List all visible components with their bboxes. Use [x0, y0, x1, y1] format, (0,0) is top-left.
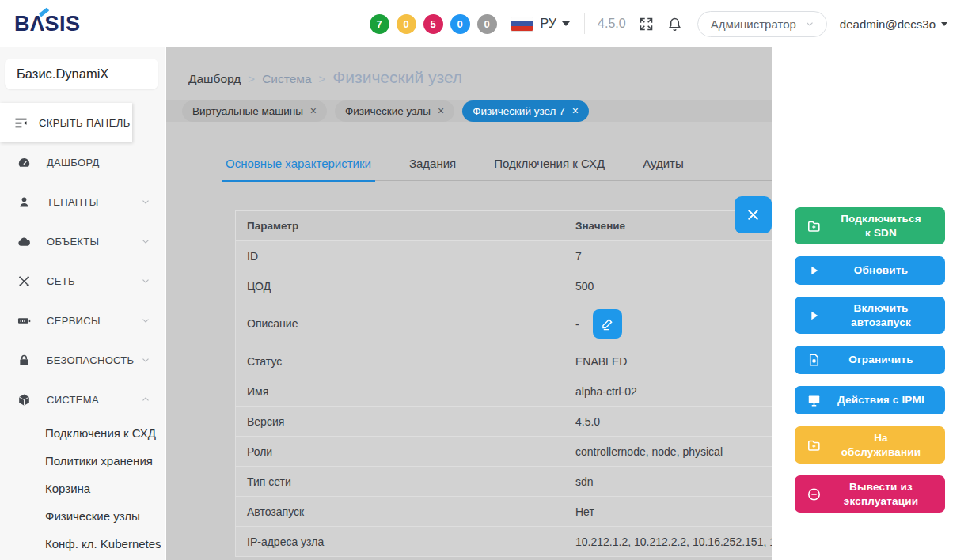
logo-text: Λ [30, 12, 45, 36]
box-icon [17, 392, 32, 407]
chevron-up-icon [140, 394, 151, 405]
value-cell: Нет [564, 497, 773, 527]
param-cell: Автозапуск [236, 497, 564, 527]
caret-down-icon [941, 22, 947, 26]
file-x-icon [807, 353, 822, 368]
sidebar-subitem[interactable]: Политики хранения [0, 447, 165, 475]
sidebar-item-cloud[interactable]: ОБЪЕКТЫ [0, 221, 165, 261]
action-button-play[interactable]: Включить автозапуск [795, 297, 945, 334]
table-row: IP-адреса узла10.212.1.2, 10.212.2.2, 10… [236, 527, 773, 557]
dashboard-icon [17, 155, 32, 170]
user-menu[interactable]: deadmin@decs3o [840, 17, 947, 31]
action-button-file-x[interactable]: Ограничить [795, 346, 945, 374]
action-button-folder-plus[interactable]: Подключиться к SDN [795, 207, 945, 244]
sidebar-item-label: СИСТЕМА [47, 394, 140, 406]
workspace-tab-label: Физический узел 7 [473, 105, 565, 117]
param-cell: IP-адреса узла [236, 527, 564, 557]
workspace-tab-strip: Виртуальные машины×Физические узлы×Физич… [166, 100, 772, 122]
param-cell: Описание [236, 301, 564, 346]
sidebar-item-label: ОБЪЕКТЫ [47, 236, 140, 248]
action-button-label: Обновить [854, 263, 908, 278]
notification-badge[interactable]: 7 [370, 14, 389, 34]
language-selector[interactable]: РУ [541, 17, 556, 31]
workspace-tab[interactable]: Виртуальные машины× [182, 100, 327, 122]
user-email: deadmin@decs3o [840, 17, 936, 31]
sidebar-item-label: БЕЗОПАСНОСТЬ [47, 354, 140, 366]
close-panel-button[interactable] [735, 196, 772, 233]
folder-plus-icon [807, 437, 822, 452]
workspace-tab[interactable]: Физический узел 7× [462, 100, 589, 122]
action-button-label: Ограничить [848, 353, 913, 367]
sidebar-subitem[interactable]: Физические узлы [0, 502, 165, 530]
param-cell: ID [236, 241, 564, 271]
expand-icon [638, 16, 655, 32]
hide-panel-button[interactable]: СКРЫТЬ ПАНЕЛЬ [0, 103, 132, 142]
action-button-play[interactable]: Обновить [795, 256, 945, 285]
sidebar-item-user[interactable]: ТЕНАНТЫ [0, 182, 165, 221]
logo-text: B [14, 12, 30, 36]
table-row: Тип сетиsdn [236, 467, 773, 497]
services-icon [17, 313, 32, 328]
sidebar-item-network[interactable]: СЕТЬ [0, 261, 165, 301]
user-icon [17, 195, 32, 210]
role-select[interactable]: Администратор [697, 11, 827, 37]
sidebar-subitem[interactable]: Корзина [0, 475, 165, 502]
cloud-icon [17, 234, 32, 249]
action-button-folder-plus[interactable]: На обслуживании [795, 426, 945, 464]
chevron-down-icon [140, 315, 151, 326]
sidebar-item-label: ДАШБОРД [47, 157, 151, 168]
lock-icon [17, 353, 32, 368]
tab-item[interactable]: Задания [405, 157, 460, 180]
notification-badges: 70500 [370, 14, 504, 34]
workspace-tab[interactable]: Физические узлы× [335, 100, 454, 122]
sidebar-subitem[interactable]: Конф. кл. Kubernetes [0, 530, 165, 558]
sidebar-item-label: ТЕНАНТЫ [47, 196, 140, 208]
sidebar-item-label: СЕРВИСЫ [47, 315, 140, 327]
fullscreen-button[interactable] [638, 16, 655, 32]
product-name-card: Базис.DynamiX [5, 59, 158, 89]
header-divider [584, 13, 585, 34]
caret-down-icon[interactable] [562, 21, 570, 26]
sidebar-item-services[interactable]: СЕРВИСЫ [0, 301, 165, 340]
tab-active[interactable]: Основные характеристики [222, 157, 375, 182]
tab-item[interactable]: Подключения к СХД [490, 157, 609, 180]
close-icon [745, 206, 761, 223]
close-tab-icon[interactable]: × [438, 104, 444, 117]
value-cell: 4.5.0 [564, 407, 773, 437]
sidebar-item-dashboard[interactable]: ДАШБОРД [0, 142, 165, 182]
action-button-monitor[interactable]: Действия с IPMI [795, 386, 945, 414]
breadcrumb-link[interactable]: Дашборд [188, 72, 241, 86]
breadcrumb-link[interactable]: Система [262, 72, 311, 86]
chevron-down-icon [140, 354, 151, 365]
table-header-row: ПараметрЗначение [236, 211, 773, 241]
sidebar-subitem[interactable]: Подключения к СХД [0, 419, 165, 447]
notifications-bell-button[interactable] [666, 16, 683, 32]
notification-badge[interactable]: 5 [423, 14, 443, 34]
sidebar-item-lock[interactable]: БЕЗОПАСНОСТЬ [0, 340, 165, 380]
edit-description-button[interactable] [593, 309, 622, 339]
notification-badge[interactable]: 0 [477, 14, 497, 34]
value-cell: 10.212.1.2, 10.212.2.2, 10.16.252.151, 1… [564, 527, 773, 557]
hide-panel-icon [13, 115, 29, 131]
close-tab-icon[interactable]: × [572, 104, 579, 117]
breadcrumb-separator: > [248, 72, 255, 85]
action-button-minus-circle[interactable]: Вывести из эксплуатации [795, 475, 945, 513]
tab-item[interactable]: Аудиты [639, 157, 688, 180]
chevron-down-icon [804, 18, 815, 29]
table-row: СтатусENABLED [236, 346, 773, 376]
monitor-icon [807, 393, 822, 408]
close-tab-icon[interactable]: × [310, 104, 317, 117]
table-row: Имяalpha-ctrl-02 [236, 376, 773, 407]
action-button-label: Вывести из эксплуатации [837, 480, 924, 508]
minus-circle-icon [807, 486, 822, 501]
notification-badge[interactable]: 0 [397, 14, 416, 34]
param-cell: Роли [236, 437, 564, 467]
chevron-down-icon [140, 196, 151, 207]
breadcrumb-separator: > [319, 72, 326, 85]
basis-logo[interactable]: BΛSIS [14, 12, 81, 36]
notification-badge[interactable]: 0 [450, 14, 470, 34]
hide-panel-label: СКРЫТЬ ПАНЕЛЬ [39, 117, 131, 129]
version-label: 4.5.0 [598, 17, 626, 31]
sidebar-item-box[interactable]: СИСТЕМА [0, 380, 165, 419]
chevron-down-icon [140, 275, 151, 286]
